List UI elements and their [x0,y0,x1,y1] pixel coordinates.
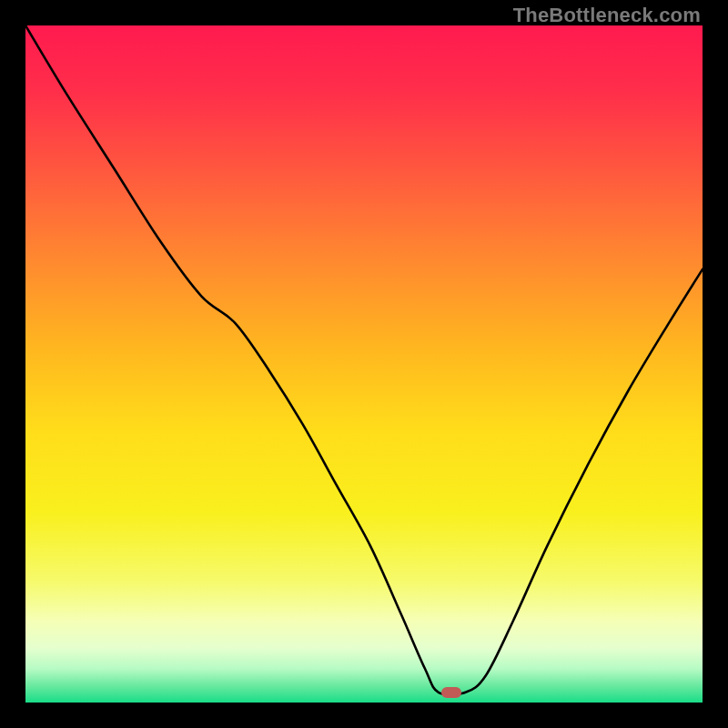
optimum-marker [441,687,461,698]
chart-frame: TheBottleneck.com [0,0,728,728]
watermark-text: TheBottleneck.com [513,4,701,27]
plot-area [25,25,703,703]
bottleneck-curve [25,25,703,703]
